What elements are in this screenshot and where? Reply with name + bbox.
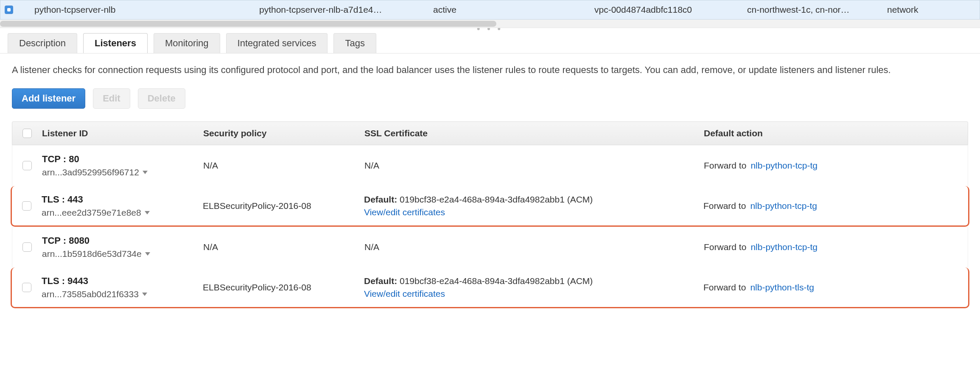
caret-down-icon [143,171,148,174]
lb-type: network [887,5,955,15]
listeners-description: A listener checks for connection request… [12,63,966,77]
horizontal-scrollbar-thumb[interactable] [0,21,496,27]
select-all-checkbox[interactable] [22,129,32,138]
selected-load-balancer-row[interactable]: python-tcpserver-nlb python-tcpserver-nl… [0,0,980,20]
listener-actions: Add listener Edit Delete [12,88,968,109]
listener-arn-dropdown[interactable]: arn...73585ab0d21f6333 [42,289,199,299]
ssl-na: N/A [364,242,695,252]
listener-protocol-port: TCP : 8080 [42,235,199,246]
ssl-default-value: 019bcf38-e2a4-468a-894a-3dfa4982abb1 (AC… [400,276,593,286]
listener-security-policy: N/A [203,242,364,252]
tab-body-listeners: A listener checks for connection request… [0,53,980,313]
tab-monitoring[interactable]: Monitoring [154,33,220,53]
lb-state: active [433,5,586,15]
ssl-default-label: Default: [364,276,397,286]
listener-security-policy: ELBSecurityPolicy-2016-08 [203,282,364,293]
lb-name: python-tcpserver-nlb [22,5,251,15]
listener-arn-text: arn...73585ab0d21f6333 [42,289,139,299]
listener-arn-dropdown[interactable]: arn...3ad9529956f96712 [42,167,199,177]
edit-listener-button: Edit [93,88,130,109]
lb-az: cn-northwest-1c, cn-nor… [747,5,879,15]
listener-security-policy: ELBSecurityPolicy-2016-08 [203,201,364,211]
forward-to-label: Forward to [703,282,746,293]
listeners-table: Listener ID Security policy SSL Certific… [12,121,968,308]
detail-tabs: Description Listeners Monitoring Integra… [0,31,980,53]
listener-protocol-port: TLS : 9443 [42,276,199,287]
col-header-ssl-certificate[interactable]: SSL Certificate [364,128,695,138]
ssl-na: N/A [364,160,695,171]
listener-row: TLS : 9443 arn...73585ab0d21f6333 ELBSec… [11,267,969,308]
target-group-link[interactable]: nlb-python-tls-tg [750,282,814,293]
ssl-default-line: Default: 019bcf38-e2a4-468a-894a-3dfa498… [364,276,695,286]
lb-vpc: vpc-00d4874adbfc118c0 [594,5,739,15]
lb-dns: python-tcpserver-nlb-a7d1e4… [259,5,425,15]
view-edit-certificates-link[interactable]: View/edit certificates [364,289,695,299]
ssl-default-value: 019bcf38-e2a4-468a-894a-3dfa4982abb1 (AC… [400,194,593,204]
listener-row: TCP : 80 arn...3ad9529956f96712 N/A N/A … [12,145,968,186]
tab-listeners[interactable]: Listeners [83,33,148,53]
forward-to-label: Forward to [703,201,746,211]
tab-tags[interactable]: Tags [333,33,376,53]
listener-row-checkbox[interactable] [22,283,31,292]
view-edit-certificates-link[interactable]: View/edit certificates [364,207,695,217]
delete-listener-button: Delete [138,88,185,109]
target-group-link[interactable]: nlb-python-tcp-tg [750,201,817,211]
listener-row: TCP : 8080 arn...1b5918d6e53d734e N/A N/… [12,227,968,267]
col-header-listener-id[interactable]: Listener ID [42,128,203,138]
ssl-default-line: Default: 019bcf38-e2a4-468a-894a-3dfa498… [364,194,695,205]
ssl-default-label: Default: [364,194,397,204]
caret-down-icon [145,211,150,214]
listener-arn-text: arn...1b5918d6e53d734e [42,249,142,259]
target-group-link[interactable]: nlb-python-tcp-tg [750,242,818,252]
lb-row-checkbox-icon[interactable] [5,6,13,14]
listener-arn-dropdown[interactable]: arn...eee2d3759e71e8e8 [42,208,199,218]
listener-row-checkbox[interactable] [22,161,32,170]
forward-to-label: Forward to [704,160,746,171]
listener-security-policy: N/A [203,160,364,171]
listener-arn-text: arn...eee2d3759e71e8e8 [42,208,141,218]
caret-down-icon [142,293,147,296]
tab-integrated-services[interactable]: Integrated services [226,33,328,53]
listener-arn-text: arn...3ad9529956f96712 [42,167,139,177]
col-header-default-action[interactable]: Default action [695,128,968,138]
listener-row-checkbox[interactable] [22,201,31,211]
listener-row: TLS : 443 arn...eee2d3759e71e8e8 ELBSecu… [11,186,969,227]
target-group-link[interactable]: nlb-python-tcp-tg [750,160,818,171]
caret-down-icon [145,252,150,256]
listener-row-checkbox[interactable] [22,242,32,252]
tab-description[interactable]: Description [8,33,77,53]
horizontal-scrollbar-track[interactable] [0,20,980,28]
listeners-table-header: Listener ID Security policy SSL Certific… [12,121,968,145]
add-listener-button[interactable]: Add listener [12,88,85,109]
listener-protocol-port: TCP : 80 [42,154,199,165]
listener-protocol-port: TLS : 443 [42,194,199,205]
listener-arn-dropdown[interactable]: arn...1b5918d6e53d734e [42,249,199,259]
forward-to-label: Forward to [704,242,746,252]
col-header-security-policy[interactable]: Security policy [203,128,364,138]
